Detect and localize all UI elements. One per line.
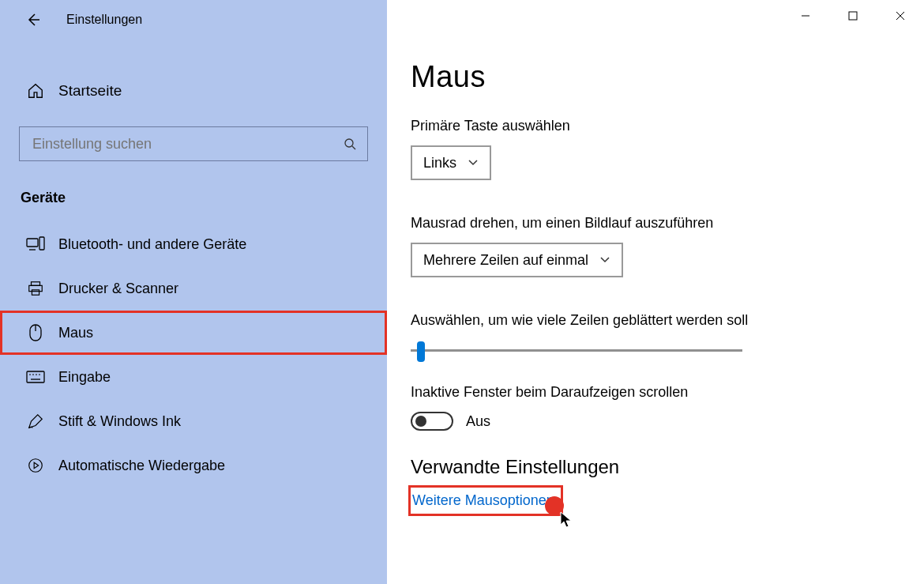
sidebar-category: Geräte xyxy=(21,185,387,211)
dropdown-value: Links xyxy=(423,155,456,171)
toggle-state-label: Aus xyxy=(466,413,490,430)
arrow-left-icon xyxy=(25,12,41,28)
svg-rect-6 xyxy=(29,285,43,291)
window-controls xyxy=(782,0,924,32)
svg-point-0 xyxy=(345,139,353,147)
minimize-button[interactable] xyxy=(782,0,829,32)
svg-rect-10 xyxy=(27,371,44,382)
primary-button-label: Primäre Taste auswählen xyxy=(411,118,924,134)
chevron-down-icon xyxy=(599,256,610,264)
keyboard-icon xyxy=(24,371,47,383)
sidebar-item-pen[interactable]: Stift & Windows Ink xyxy=(0,399,387,443)
sidebar-home-label: Startseite xyxy=(58,82,122,100)
close-button[interactable] xyxy=(877,0,924,32)
home-icon xyxy=(24,82,47,100)
app-title: Einstellungen xyxy=(66,13,142,27)
svg-line-1 xyxy=(352,146,355,149)
primary-button-dropdown[interactable]: Links xyxy=(411,145,491,180)
svg-marker-17 xyxy=(34,462,39,468)
sidebar-item-label: Stift & Windows Ink xyxy=(58,413,181,430)
svg-rect-3 xyxy=(39,237,44,250)
svg-rect-5 xyxy=(32,282,40,286)
svg-point-16 xyxy=(29,459,43,473)
devices-icon xyxy=(24,236,47,252)
slider-track xyxy=(411,349,742,352)
scroll-lines-label: Auswählen, um wie viele Zeilen geblätter… xyxy=(411,312,924,329)
mouse-icon xyxy=(24,323,47,342)
chevron-down-icon xyxy=(468,159,479,167)
related-heading: Verwandte Einstellungen xyxy=(411,456,924,478)
sidebar-item-label: Maus xyxy=(58,325,93,341)
sidebar: Einstellungen Startseite Geräte Bluetoot… xyxy=(0,0,387,584)
svg-rect-2 xyxy=(27,239,38,247)
maximize-button[interactable] xyxy=(829,0,877,32)
sidebar-item-label: Automatische Wiedergabe xyxy=(58,458,225,474)
settings-window: Einstellungen Startseite Geräte Bluetoot… xyxy=(0,0,924,584)
page-title: Maus xyxy=(411,60,924,94)
content-pane: Maus Primäre Taste auswählen Links Mausr… xyxy=(387,0,924,584)
sidebar-item-printers[interactable]: Drucker & Scanner xyxy=(0,266,387,311)
toggle-knob xyxy=(415,416,426,427)
slider-thumb[interactable] xyxy=(417,341,425,362)
sidebar-item-label: Eingabe xyxy=(58,369,111,386)
maximize-icon xyxy=(848,11,858,21)
more-mouse-options-link[interactable]: Weitere Mausoptionen xyxy=(412,492,554,508)
close-icon xyxy=(896,11,905,21)
hover-scroll-label: Inaktive Fenster beim Daraufzeigen scrol… xyxy=(411,384,924,401)
sidebar-item-label: Drucker & Scanner xyxy=(58,281,178,297)
related-link-highlight: Weitere Mausoptionen xyxy=(411,488,561,514)
pen-icon xyxy=(24,413,47,430)
svg-rect-19 xyxy=(849,12,857,20)
sidebar-home[interactable]: Startseite xyxy=(0,71,387,111)
sidebar-item-typing[interactable]: Eingabe xyxy=(0,355,387,399)
svg-rect-7 xyxy=(32,290,39,295)
sidebar-item-bluetooth[interactable]: Bluetooth- und andere Geräte xyxy=(0,222,387,266)
cursor-icon xyxy=(559,511,575,529)
sidebar-item-autoplay[interactable]: Automatische Wiedergabe xyxy=(0,443,387,488)
back-button[interactable] xyxy=(22,9,44,31)
scroll-mode-label: Mausrad drehen, um einen Bildlauf auszuf… xyxy=(411,215,924,232)
dropdown-value: Mehrere Zeilen auf einmal xyxy=(423,252,588,269)
search-box[interactable] xyxy=(19,126,368,161)
printer-icon xyxy=(24,280,47,297)
scroll-lines-slider[interactable] xyxy=(411,340,742,364)
search-icon xyxy=(344,138,356,150)
scroll-mode-dropdown[interactable]: Mehrere Zeilen auf einmal xyxy=(411,243,623,277)
sidebar-item-label: Bluetooth- und andere Geräte xyxy=(58,236,246,253)
autoplay-icon xyxy=(24,457,47,474)
title-bar: Einstellungen xyxy=(0,0,387,40)
hover-scroll-toggle[interactable] xyxy=(411,412,453,431)
minimize-icon xyxy=(801,11,810,21)
search-input[interactable] xyxy=(31,135,344,153)
sidebar-item-mouse[interactable]: Maus xyxy=(0,311,387,355)
